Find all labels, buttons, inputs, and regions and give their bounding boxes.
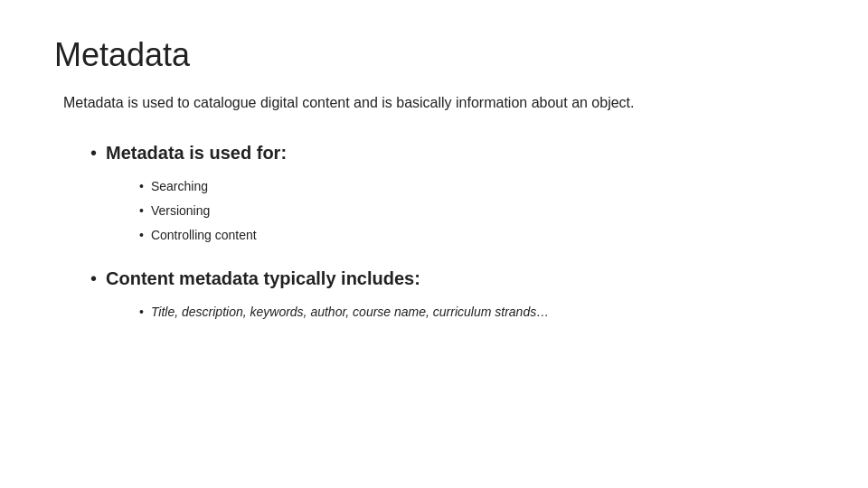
sub-bullet-dot-1-1: • (139, 177, 144, 196)
bullet-section-2: • Content metadata typically includes: •… (90, 267, 814, 322)
bullet-dot-2: • (90, 267, 97, 290)
sub-bullet-text-1-3: Controlling content (151, 226, 257, 245)
intro-paragraph: Metadata is used to catalogue digital co… (63, 92, 814, 114)
sub-bullet-dot-1-2: • (139, 202, 144, 221)
sub-bullets-2: • Title, description, keywords, author, … (139, 303, 814, 322)
sub-bullet-1-1: • Searching (139, 177, 814, 196)
bullet-main-text-2: Content metadata typically includes: (106, 267, 420, 290)
sub-bullet-1-2: • Versioning (139, 202, 814, 221)
bullet-main-text-1: Metadata is used for: (106, 141, 287, 164)
sub-bullet-dot-1-3: • (139, 226, 144, 245)
bullet-dot-1: • (90, 141, 97, 164)
sub-bullet-text-2-1: Title, description, keywords, author, co… (151, 303, 549, 322)
sub-bullet-text-1-1: Searching (151, 177, 208, 196)
sub-bullet-text-1-2: Versioning (151, 202, 210, 221)
sub-bullets-1: • Searching • Versioning • Controlling c… (139, 177, 814, 245)
slide: Metadata Metadata is used to catalogue d… (0, 0, 868, 488)
sub-bullet-1-3: • Controlling content (139, 226, 814, 245)
bullet-section-1: • Metadata is used for: • Searching • Ve… (90, 141, 814, 245)
bullet-main-2: • Content metadata typically includes: (90, 267, 814, 290)
page-title: Metadata (54, 36, 814, 74)
bullet-main-1: • Metadata is used for: (90, 141, 814, 164)
sub-bullet-2-1: • Title, description, keywords, author, … (139, 303, 814, 322)
sub-bullet-dot-2-1: • (139, 303, 144, 322)
